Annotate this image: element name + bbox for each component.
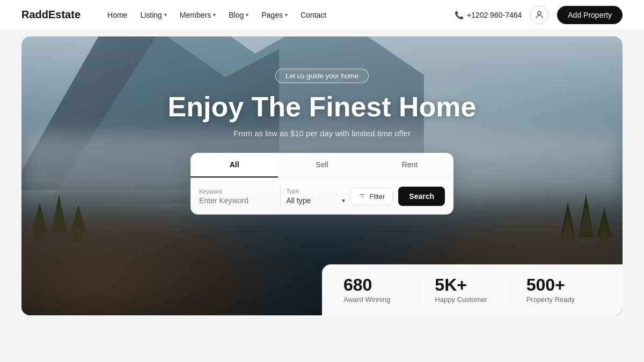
filter-icon bbox=[358, 193, 366, 200]
keyword-input[interactable] bbox=[199, 196, 275, 205]
type-label: Type bbox=[286, 188, 345, 194]
chevron-down-icon: ▾ bbox=[246, 12, 248, 18]
stat-award-number: 680 bbox=[343, 276, 418, 293]
user-avatar[interactable] bbox=[530, 6, 548, 24]
stat-customer: 5K+ Happy Customer bbox=[418, 276, 509, 304]
nav-link-members[interactable]: Members▾ bbox=[174, 8, 221, 23]
svg-point-0 bbox=[538, 11, 541, 14]
stat-property: 500+ Property Ready bbox=[510, 276, 601, 304]
type-select-wrapper: All type House Apartment Villa Office bbox=[286, 196, 345, 205]
nav-right: 📞 +1202 960-7464 Add Property bbox=[455, 6, 623, 24]
chevron-down-icon: ▾ bbox=[164, 12, 167, 18]
hero-title: Enjoy The Finest Home bbox=[168, 92, 477, 122]
nav-link-blog[interactable]: Blog▾ bbox=[223, 8, 254, 23]
type-field-group: Type All type House Apartment Villa Offi… bbox=[286, 188, 345, 205]
nav-link-home[interactable]: Home bbox=[102, 8, 133, 23]
tab-sell[interactable]: Sell bbox=[278, 153, 365, 178]
stat-award-label: Award Winning bbox=[343, 295, 418, 304]
site-logo[interactable]: RaddEstate bbox=[21, 9, 80, 21]
chevron-down-icon: ▾ bbox=[213, 12, 216, 18]
stat-property-label: Property Ready bbox=[526, 295, 601, 304]
search-tabs: All Sell Rent bbox=[191, 153, 453, 178]
stat-property-number: 500+ bbox=[526, 276, 601, 293]
stats-bar: 680 Award Winning 5K+ Happy Customer 500… bbox=[322, 264, 623, 315]
stat-award: 680 Award Winning bbox=[343, 276, 418, 304]
field-divider bbox=[280, 187, 281, 206]
search-fields: Keyword Type All type House Apartment Vi… bbox=[191, 178, 453, 215]
type-select[interactable]: All type House Apartment Villa Office bbox=[286, 196, 331, 205]
tab-rent[interactable]: Rent bbox=[366, 153, 453, 178]
chevron-down-icon: ▾ bbox=[285, 12, 288, 18]
keyword-label: Keyword bbox=[199, 188, 275, 195]
nav-link-listing[interactable]: Listing▾ bbox=[135, 8, 172, 23]
nav-links: HomeListing▾Members▾Blog▾Pages▾Contact bbox=[102, 8, 455, 23]
stat-customer-number: 5K+ bbox=[435, 276, 509, 293]
navbar: RaddEstate HomeListing▾Members▾Blog▾Page… bbox=[0, 0, 644, 30]
keyword-field-group: Keyword bbox=[199, 188, 275, 205]
stat-customer-label: Happy Customer bbox=[435, 295, 509, 304]
nav-link-pages[interactable]: Pages▾ bbox=[256, 8, 293, 23]
hero-section: Let us guide your home Enjoy The Finest … bbox=[21, 36, 623, 315]
hero-content: Let us guide your home Enjoy The Finest … bbox=[21, 36, 623, 215]
search-container: All Sell Rent Keyword Type All type Hous… bbox=[191, 153, 453, 215]
hero-subtitle: From as low as $10 per day with limited … bbox=[233, 129, 411, 138]
search-button[interactable]: Search bbox=[398, 187, 445, 206]
add-property-button[interactable]: Add Property bbox=[557, 6, 623, 24]
phone-icon: 📞 bbox=[455, 11, 464, 19]
filter-button[interactable]: Filter bbox=[350, 188, 393, 205]
phone-number: +1202 960-7464 bbox=[467, 11, 522, 19]
nav-link-contact[interactable]: Contact bbox=[295, 8, 332, 23]
hero-badge: Let us guide your home bbox=[275, 69, 369, 83]
tab-all[interactable]: All bbox=[191, 153, 278, 178]
nav-phone: 📞 +1202 960-7464 bbox=[455, 11, 522, 19]
filter-label: Filter bbox=[369, 193, 385, 201]
